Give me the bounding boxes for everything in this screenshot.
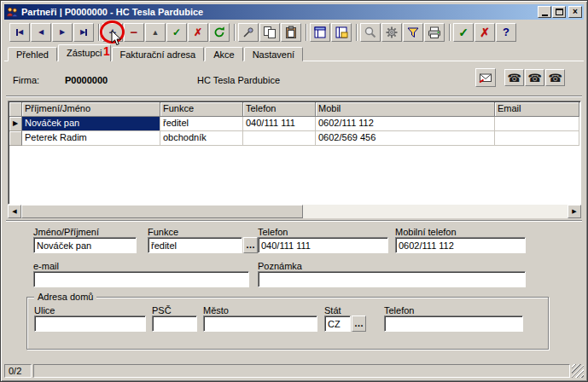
next-record-button[interactable]: ▶ (52, 23, 73, 42)
cell-email[interactable] (495, 131, 579, 146)
size-grip[interactable] (572, 364, 584, 378)
phone-icon: ☎ (507, 72, 521, 84)
ellipsis-icon: … (354, 318, 364, 328)
dial-phone3-button[interactable]: ☎ (545, 69, 565, 86)
contacts-book-button[interactable] (310, 23, 330, 42)
envelope-icon (479, 71, 492, 84)
categories-book-button[interactable] (331, 23, 352, 42)
current-row-indicator: ▶ (9, 117, 22, 131)
mesto-input[interactable] (203, 315, 317, 332)
close-x-icon: ✗ (480, 26, 490, 39)
refresh-button[interactable] (209, 23, 230, 42)
row-indicator (9, 131, 22, 146)
first-record-icon: ◀ (18, 28, 23, 36)
ok-button[interactable]: ✓ (453, 23, 474, 42)
telefon-domu-input[interactable] (384, 315, 523, 332)
adresa-domu-group: Adresa domů Ulice PSČ Město Stát Telefon… (26, 297, 549, 350)
firm-code: P0000000 (65, 75, 108, 85)
horizontal-scrollbar[interactable]: ◀ ▶ (8, 205, 581, 218)
dial-phone2-button[interactable]: ☎ (525, 69, 544, 86)
window-title: Partneři | P0000000 - HC Tesla Pardubice (21, 7, 538, 17)
cell-mobil[interactable]: 0602/569 456 (316, 131, 495, 146)
search-button[interactable] (360, 23, 381, 42)
tab-fakturacni-adresa[interactable]: Fakturační adresa (112, 47, 205, 61)
mesto-label: Město (203, 305, 229, 315)
ulice-input[interactable] (34, 315, 146, 332)
jmeno-input[interactable] (33, 237, 137, 253)
tab-label: Nastavení (253, 49, 295, 60)
close-icon: × (573, 8, 578, 16)
dial-phone1-button[interactable]: ☎ (504, 69, 524, 86)
email-input[interactable] (33, 271, 249, 287)
tab-prehled[interactable]: Přehled (8, 47, 57, 61)
cell-email[interactable] (495, 117, 579, 131)
stat-input[interactable] (324, 315, 351, 332)
maximize-icon (556, 9, 563, 15)
ulice-label: Ulice (34, 305, 55, 315)
titlebar[interactable]: Partneři | P0000000 - HC Tesla Pardubice… (4, 4, 584, 20)
post-check-icon: ✓ (172, 26, 181, 38)
cell-telefon[interactable]: 040/111 111 (243, 117, 316, 131)
poznamka-input[interactable] (258, 271, 526, 287)
toolbar-separator (95, 23, 102, 42)
tab-strip: Přehled Zástupci Fakturační adresa Akce … (8, 44, 304, 61)
close-window-button[interactable]: ✗ (474, 23, 495, 42)
insert-record-button[interactable]: + (102, 23, 123, 42)
minimize-button[interactable] (538, 6, 551, 18)
cell-prijmeni[interactable]: Nováček pan (22, 117, 160, 131)
funkce-input[interactable] (148, 237, 242, 253)
minimize-icon (542, 14, 548, 16)
tab-label: Akce (213, 49, 234, 60)
poznamka-label: Poznámka (258, 261, 302, 271)
tab-nastaveni[interactable]: Nastavení (244, 47, 304, 61)
grid-empty-area (9, 146, 579, 203)
cell-funkce[interactable]: obchodník (160, 131, 243, 146)
help-button[interactable]: ? (496, 23, 516, 42)
psc-input[interactable] (152, 315, 197, 332)
column-header-email: Email (495, 102, 579, 117)
firm-name: HC Tesla Pardubice (197, 75, 280, 85)
mobil-input[interactable] (395, 237, 526, 253)
cell-telefon[interactable] (243, 131, 316, 146)
cancel-record-button[interactable]: ✗ (188, 23, 208, 42)
attach-button[interactable] (238, 23, 259, 42)
tab-akce[interactable]: Akce (205, 47, 242, 61)
cell-mobil[interactable]: 0602/111 112 (316, 117, 495, 131)
scroll-right-button[interactable]: ▶ (568, 205, 581, 218)
mobil-label: Mobilní telefon (395, 227, 457, 237)
table-row[interactable]: Peterek Radim obchodník 0602/569 456 (9, 131, 579, 146)
close-button[interactable]: × (568, 6, 582, 18)
copy-button[interactable] (259, 23, 280, 42)
separator-line (6, 220, 582, 222)
toolbar-separator (302, 23, 310, 42)
scroll-left-button[interactable]: ◀ (8, 205, 21, 218)
cell-prijmeni[interactable]: Peterek Radim (22, 131, 160, 146)
prior-record-button[interactable]: ◀ (31, 23, 51, 42)
print-button[interactable] (424, 23, 445, 42)
cell-funkce[interactable]: ředitel (160, 117, 243, 131)
copy-icon (263, 26, 277, 39)
toolbar: ◀ ◀ ▶ ▶ + 1 − ▲ ✓ ✗ (4, 20, 584, 43)
send-email-button[interactable] (475, 68, 496, 87)
contacts-grid: Příjmení/Jméno Funkce Telefon Mobil Emai… (8, 101, 581, 205)
delete-record-button[interactable]: − (124, 23, 144, 42)
help-icon: ? (503, 26, 509, 38)
table-row[interactable]: ▶ Nováček pan ředitel 040/111 111 0602/1… (9, 117, 579, 131)
telefon-input[interactable] (258, 237, 388, 253)
post-record-button[interactable]: ✓ (166, 23, 187, 42)
filter-button[interactable] (403, 23, 423, 42)
email-label: e-mail (33, 261, 59, 271)
funkce-lookup-button[interactable]: … (243, 237, 258, 253)
paste-button[interactable] (281, 23, 301, 42)
edit-record-button[interactable]: ▲ (145, 23, 166, 42)
settings-button[interactable] (381, 23, 402, 42)
stat-lookup-button[interactable]: … (352, 315, 366, 332)
psc-label: PSČ (152, 305, 172, 315)
firm-label: Firma: (13, 75, 39, 85)
filter-funnel-icon (406, 26, 420, 39)
first-record-button[interactable]: ◀ (9, 23, 30, 42)
maximize-button[interactable] (552, 6, 566, 18)
last-record-button[interactable]: ▶ (73, 23, 94, 42)
refresh-icon (212, 26, 226, 39)
scrollbar-thumb[interactable] (21, 205, 303, 218)
